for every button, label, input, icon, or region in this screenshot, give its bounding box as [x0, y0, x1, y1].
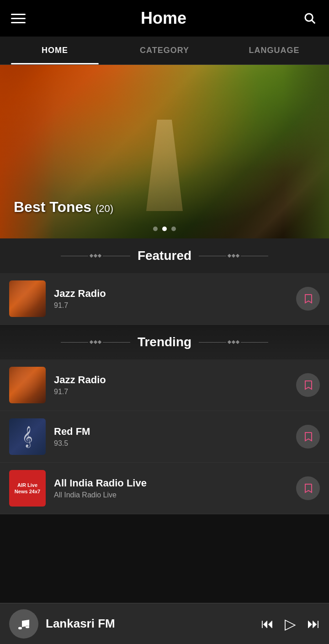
featured-bookmark-jazz[interactable] [296, 287, 320, 311]
trending-item-air[interactable]: AIR LiveNews 24x7 All India Radio Live A… [0, 463, 329, 514]
play-button[interactable]: ▷ [285, 615, 296, 633]
trending-thumb-redfm [9, 418, 46, 455]
now-playing-controls: ⏮ ▷ ⏭ [261, 615, 320, 633]
trending-info-redfm: Red FM 93.5 [54, 426, 288, 448]
dot-2[interactable] [162, 227, 167, 231]
rewind-button[interactable]: ⏮ [261, 616, 274, 631]
now-playing-bar: Lankasri FM ⏮ ▷ ⏭ [0, 603, 329, 644]
app-header: Home [0, 0, 329, 37]
banner-title: Best Tones (20) [14, 199, 113, 215]
trending-bookmark-air[interactable] [296, 476, 320, 500]
trending-name-redfm: Red FM [54, 426, 288, 438]
trending-header: Trending [0, 325, 329, 359]
dot-1[interactable] [153, 227, 158, 231]
tab-home[interactable]: HOME [0, 37, 110, 64]
featured-item-jazz[interactable]: Jazz Radio 91.7 [0, 273, 329, 325]
svg-line-1 [312, 20, 315, 23]
trending-info-jazz: Jazz Radio 91.7 [54, 374, 288, 396]
tab-bar: HOME CATEGORY LANGUAGE [0, 37, 329, 65]
trending-freq-redfm: 93.5 [54, 439, 288, 448]
trending-thumb-jazz [9, 367, 46, 403]
trending-decor-right [199, 341, 268, 343]
featured-freq-jazz: 91.7 [54, 301, 288, 310]
trending-decor-left [61, 341, 130, 343]
trending-title: Trending [138, 335, 191, 349]
trending-thumb-air-text: AIR LiveNews 24x7 [13, 480, 42, 497]
featured-name-jazz: Jazz Radio [54, 288, 288, 300]
banner-dots [153, 227, 176, 231]
trending-name-air: All India Radio Live [54, 477, 288, 489]
dot-3[interactable] [171, 227, 176, 231]
page-title: Home [141, 9, 186, 28]
search-icon[interactable] [302, 10, 318, 26]
trending-freq-air: All India Radio Live [54, 491, 288, 499]
trending-item-jazz[interactable]: Jazz Radio 91.7 [0, 359, 329, 411]
featured-info-jazz: Jazz Radio 91.7 [54, 288, 288, 310]
trending-thumb-air: AIR LiveNews 24x7 [9, 470, 46, 507]
fast-forward-button[interactable]: ⏭ [307, 616, 320, 631]
menu-icon[interactable] [11, 14, 26, 23]
trending-bookmark-redfm[interactable] [296, 425, 320, 449]
now-playing-title: Lankasri FM [46, 617, 254, 631]
svg-point-0 [305, 14, 313, 21]
tab-category[interactable]: CATEGORY [110, 37, 219, 64]
featured-thumb-jazz [9, 280, 46, 317]
trending-name-jazz: Jazz Radio [54, 374, 288, 386]
featured-title: Featured [138, 248, 191, 263]
now-playing-thumb [9, 609, 38, 639]
trending-info-air: All India Radio Live All India Radio Liv… [54, 477, 288, 499]
featured-decor-right [199, 254, 268, 257]
trending-bookmark-jazz[interactable] [296, 373, 320, 397]
featured-decor-left [61, 254, 130, 257]
featured-banner[interactable]: Best Tones (20) [0, 65, 329, 238]
trending-freq-jazz: 91.7 [54, 388, 288, 396]
featured-header: Featured [0, 238, 329, 273]
trending-item-redfm[interactable]: Red FM 93.5 [0, 411, 329, 463]
tab-language[interactable]: LANGUAGE [219, 37, 329, 64]
banner-label: Best Tones (20) [14, 199, 113, 216]
